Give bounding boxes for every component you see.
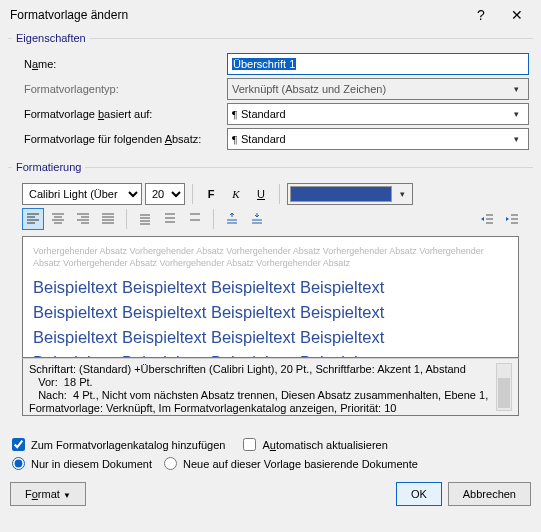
chevron-down-icon[interactable]: ▾	[508, 109, 524, 119]
preview-pane: Vorhergehender Absatz Vorhergehender Abs…	[22, 236, 519, 358]
based-on-label: Formatvorlage basiert auf:	[12, 108, 227, 120]
line-spacing-1-button[interactable]	[134, 208, 156, 230]
scrollbar[interactable]	[496, 363, 512, 411]
align-right-button[interactable]	[72, 208, 94, 230]
font-size-select[interactable]: 20	[145, 183, 185, 205]
add-to-catalog-checkbox[interactable]: Zum Formatvorlagenkatalog hinzufügen	[12, 438, 225, 451]
cancel-button[interactable]: Abbrechen	[448, 482, 531, 506]
chevron-down-icon: ▼	[63, 491, 71, 500]
align-left-button[interactable]	[22, 208, 44, 230]
decrease-indent-button[interactable]	[476, 208, 498, 230]
align-justify-button[interactable]	[97, 208, 119, 230]
italic-button[interactable]: K	[225, 183, 247, 205]
increase-indent-button[interactable]	[501, 208, 523, 230]
properties-legend: Eigenschaften	[12, 32, 90, 44]
format-menu-button[interactable]: Format ▼	[10, 482, 86, 506]
space-before-dec-button[interactable]	[246, 208, 268, 230]
color-swatch-icon	[290, 186, 392, 202]
pilcrow-icon: ¶	[232, 108, 237, 120]
close-button[interactable]: ✕	[499, 1, 535, 29]
name-label: Name:	[12, 58, 227, 70]
help-button[interactable]: ?	[463, 1, 499, 29]
window-title: Formatvorlage ändern	[6, 8, 463, 22]
next-style-label: Formatvorlage für folgenden Absatz:	[12, 133, 227, 145]
chevron-down-icon: ▾	[508, 84, 524, 94]
font-color-select[interactable]: ▾	[287, 183, 413, 205]
name-input[interactable]: Überschrift 1	[227, 53, 529, 75]
formatting-group: Formatierung Calibri Light (Über 20 F K …	[8, 161, 533, 422]
font-family-select[interactable]: Calibri Light (Über	[22, 183, 142, 205]
only-this-document-radio[interactable]: Nur in diesem Dokument	[12, 457, 152, 470]
based-on-select[interactable]: ¶Standard▾	[227, 103, 529, 125]
next-style-select[interactable]: ¶Standard▾	[227, 128, 529, 150]
line-spacing-2-button[interactable]	[184, 208, 206, 230]
bold-button[interactable]: F	[200, 183, 222, 205]
type-label: Formatvorlagentyp:	[12, 83, 227, 95]
align-center-button[interactable]	[47, 208, 69, 230]
chevron-down-icon[interactable]: ▾	[508, 134, 524, 144]
properties-group: Eigenschaften Name: Überschrift 1 Format…	[8, 32, 533, 155]
formatting-legend: Formatierung	[12, 161, 85, 173]
style-description: Schriftart: (Standard) +Überschriften (C…	[22, 358, 519, 416]
title-bar: Formatvorlage ändern ? ✕	[0, 0, 541, 30]
underline-button[interactable]: U	[250, 183, 272, 205]
auto-update-checkbox[interactable]: Automatisch aktualisieren	[243, 438, 387, 451]
line-spacing-15-button[interactable]	[159, 208, 181, 230]
new-based-documents-radio[interactable]: Neue auf dieser Vorlage basierende Dokum…	[164, 457, 418, 470]
ok-button[interactable]: OK	[396, 482, 442, 506]
chevron-down-icon[interactable]: ▾	[394, 189, 410, 199]
pilcrow-icon: ¶	[232, 133, 237, 145]
type-select: Verknüpft (Absatz und Zeichen)▾	[227, 78, 529, 100]
space-before-inc-button[interactable]	[221, 208, 243, 230]
